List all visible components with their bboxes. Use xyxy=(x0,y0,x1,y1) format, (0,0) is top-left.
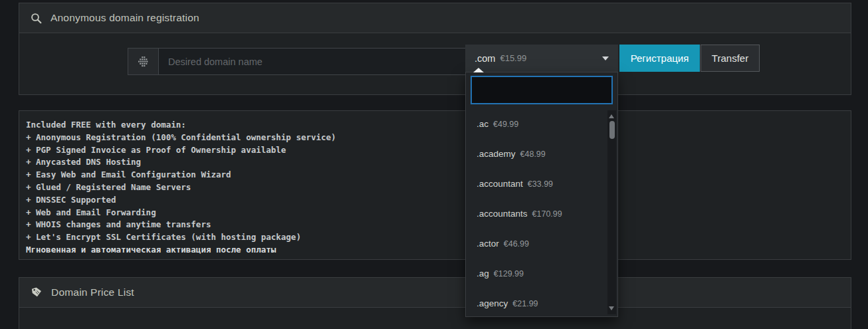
register-button[interactable]: Регистрация xyxy=(619,45,700,72)
chevron-down-icon xyxy=(602,56,609,60)
tld-option[interactable]: .agency €21.99 xyxy=(466,288,607,316)
tld-dropdown-popup: .ac €49.99 .academy €48.99 .accountant €… xyxy=(465,72,618,317)
tld-select[interactable]: .com €15.99 xyxy=(465,45,618,72)
search-icon xyxy=(31,13,42,24)
scrollbar-thumb[interactable] xyxy=(609,121,615,139)
tld-option[interactable]: .ac €49.99 xyxy=(466,109,607,139)
tld-option-name: .accountants xyxy=(477,209,528,219)
tld-option-name: .ac xyxy=(477,119,488,129)
dropdown-scrollbar[interactable] xyxy=(607,110,616,314)
tld-option-list: .ac €49.99 .academy €48.99 .accountant €… xyxy=(466,109,607,316)
tag-icon xyxy=(31,286,43,298)
tld-option-price: €46.99 xyxy=(504,239,529,249)
panel-header: Anonymous domain registration xyxy=(19,3,851,33)
scroll-down-icon[interactable] xyxy=(609,306,614,310)
tld-option[interactable]: .academy €48.99 xyxy=(466,139,607,169)
tld-option-price: €129.99 xyxy=(494,269,524,278)
tld-option-price: €48.99 xyxy=(520,150,546,159)
tld-search-input[interactable] xyxy=(471,76,613,104)
transfer-button[interactable]: Transfer xyxy=(701,45,760,72)
popup-arrow xyxy=(473,68,484,72)
features-text: Included FREE with every domain: + Anony… xyxy=(26,119,844,244)
panel-title: Anonymous domain registration xyxy=(51,12,199,24)
domain-input-addon xyxy=(128,48,159,75)
tld-option-name: .academy xyxy=(477,149,516,159)
globe-icon xyxy=(137,55,150,68)
tld-option-name: .actor xyxy=(477,239,499,249)
panel-title: Domain Price List xyxy=(51,286,134,298)
tld-option-price: €49.99 xyxy=(493,120,518,129)
tld-option-name: .agency xyxy=(477,298,508,308)
tld-option[interactable]: .actor €46.99 xyxy=(466,229,607,259)
price-list-panel: Domain Price List xyxy=(19,277,851,329)
domain-name-input[interactable] xyxy=(158,48,485,75)
tld-selected-price: €15.99 xyxy=(500,53,526,63)
scroll-up-icon[interactable] xyxy=(609,114,614,118)
tld-option[interactable]: .accountant €33.99 xyxy=(466,169,607,199)
tld-option-price: €170.99 xyxy=(532,209,562,219)
tld-selected-value: .com xyxy=(475,53,495,64)
tld-option-name: .accountant xyxy=(477,179,523,189)
tld-option-name: .ag xyxy=(477,269,489,278)
tld-option[interactable]: .ag €129.99 xyxy=(466,259,607,288)
tld-option-price: €21.99 xyxy=(512,299,538,308)
tld-option-price: €33.99 xyxy=(528,179,553,189)
panel-header: Domain Price List xyxy=(19,278,851,308)
features-highlight: Мгновенная и автоматическая активация по… xyxy=(26,244,844,257)
tld-option[interactable]: .accountants €170.99 xyxy=(466,199,607,229)
features-panel: Included FREE with every domain: + Anony… xyxy=(19,110,851,260)
